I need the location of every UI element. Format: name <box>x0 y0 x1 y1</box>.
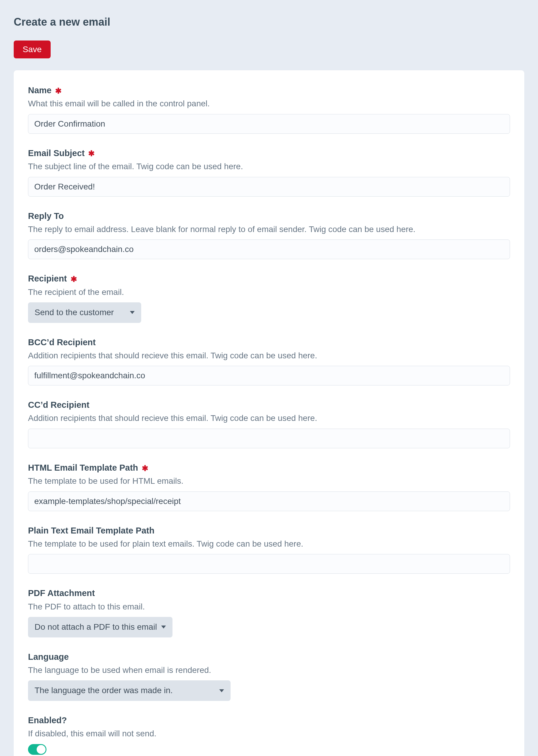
help-cc: Addition recipients that should recieve … <box>28 412 510 424</box>
field-plain-template: Plain Text Email Template Path The templ… <box>28 524 510 574</box>
required-icon: ✱ <box>71 275 77 284</box>
save-button[interactable]: Save <box>14 40 51 58</box>
label-language-text: Language <box>28 652 69 662</box>
field-html-template: HTML Email Template Path ✱ The template … <box>28 461 510 511</box>
select-recipient-value: Send to the customer <box>34 306 114 319</box>
field-name: Name ✱ What this email will be called in… <box>28 84 510 134</box>
help-html-template: The template to be used for HTML emails. <box>28 475 510 487</box>
label-reply-to: Reply To <box>28 210 510 222</box>
label-bcc-text: BCC’d Recipient <box>28 338 96 347</box>
chevron-down-icon <box>130 311 134 314</box>
field-reply-to: Reply To The reply to email address. Lea… <box>28 210 510 259</box>
select-pdf-value: Do not attach a PDF to this email <box>34 621 157 633</box>
field-language: Language The language to be used when em… <box>28 651 510 701</box>
field-subject: Email Subject ✱ The subject line of the … <box>28 147 510 196</box>
select-language[interactable]: The language the order was made in. <box>28 680 231 701</box>
label-enabled: Enabled? <box>28 714 510 727</box>
help-language: The language to be used when email is re… <box>28 664 510 676</box>
toggle-knob <box>37 745 46 754</box>
input-cc[interactable] <box>28 429 510 448</box>
label-recipient-text: Recipient <box>28 274 67 283</box>
input-reply-to[interactable] <box>28 240 510 259</box>
help-name: What this email will be called in the co… <box>28 98 510 110</box>
label-enabled-text: Enabled? <box>28 716 67 725</box>
input-plain-template[interactable] <box>28 554 510 574</box>
label-plain-template: Plain Text Email Template Path <box>28 524 510 537</box>
required-icon: ✱ <box>88 149 95 158</box>
required-icon: ✱ <box>142 464 148 473</box>
label-bcc: BCC’d Recipient <box>28 336 510 349</box>
chevron-down-icon <box>219 689 224 692</box>
help-bcc: Addition recipients that should recieve … <box>28 350 510 362</box>
label-cc-text: CC’d Recipient <box>28 400 89 409</box>
help-recipient: The recipient of the email. <box>28 286 510 298</box>
input-subject[interactable] <box>28 177 510 196</box>
label-pdf-text: PDF Attachment <box>28 588 95 598</box>
label-name-text: Name <box>28 85 52 95</box>
label-language: Language <box>28 651 510 663</box>
field-pdf: PDF Attachment The PDF to attach to this… <box>28 587 510 637</box>
chevron-down-icon <box>161 625 166 628</box>
select-language-value: The language the order was made in. <box>34 684 173 697</box>
input-bcc[interactable] <box>28 366 510 385</box>
help-reply-to: The reply to email address. Leave blank … <box>28 223 510 236</box>
label-subject: Email Subject ✱ <box>28 147 510 159</box>
help-plain-template: The template to be used for plain text e… <box>28 538 510 550</box>
field-bcc: BCC’d Recipient Addition recipients that… <box>28 336 510 386</box>
select-pdf[interactable]: Do not attach a PDF to this email <box>28 617 173 637</box>
label-reply-to-text: Reply To <box>28 211 64 221</box>
label-cc: CC’d Recipient <box>28 399 510 411</box>
help-subject: The subject line of the email. Twig code… <box>28 161 510 173</box>
field-recipient: Recipient ✱ The recipient of the email. … <box>28 272 510 323</box>
label-plain-template-text: Plain Text Email Template Path <box>28 526 154 535</box>
help-pdf: The PDF to attach to this email. <box>28 601 510 613</box>
help-enabled: If disabled, this email will not send. <box>28 728 510 740</box>
form-panel: Name ✱ What this email will be called in… <box>14 70 524 756</box>
label-name: Name ✱ <box>28 84 510 96</box>
select-recipient[interactable]: Send to the customer <box>28 302 141 323</box>
label-html-template: HTML Email Template Path ✱ <box>28 461 510 474</box>
label-html-template-text: HTML Email Template Path <box>28 463 138 472</box>
field-enabled: Enabled? If disabled, this email will no… <box>28 714 510 755</box>
page-title: Create a new email <box>14 14 524 30</box>
required-icon: ✱ <box>55 86 62 95</box>
label-subject-text: Email Subject <box>28 148 84 158</box>
field-cc: CC’d Recipient Addition recipients that … <box>28 399 510 448</box>
toggle-enabled[interactable] <box>28 744 46 755</box>
label-recipient: Recipient ✱ <box>28 272 510 285</box>
input-html-template[interactable] <box>28 492 510 511</box>
input-name[interactable] <box>28 114 510 134</box>
label-pdf: PDF Attachment <box>28 587 510 599</box>
